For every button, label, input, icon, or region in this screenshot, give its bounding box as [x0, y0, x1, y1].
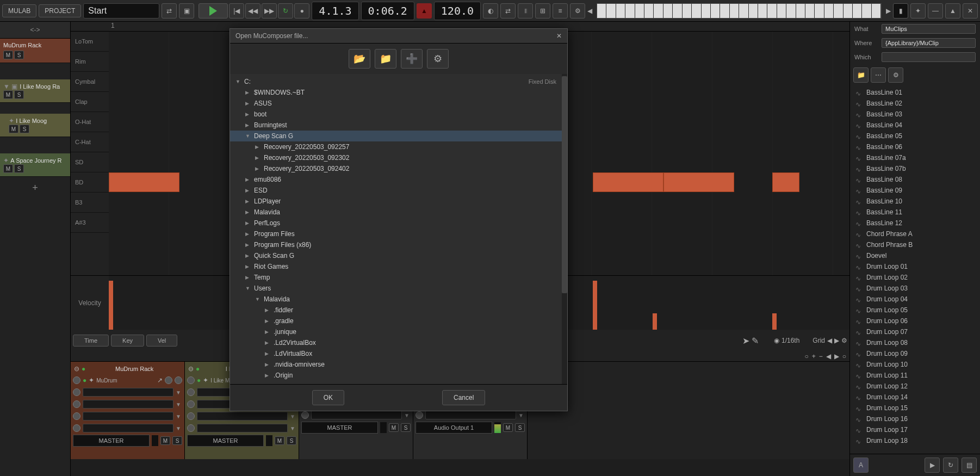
strip-collapse-icon[interactable]: ⊖ [74, 365, 79, 373]
time-control[interactable]: Time [73, 335, 109, 347]
strip-active-icon[interactable]: ● [82, 365, 85, 373]
solo-button[interactable]: S [287, 436, 296, 445]
solo-button[interactable]: S [172, 436, 182, 445]
drum-lane[interactable]: Rim [71, 52, 109, 72]
fx-slot[interactable] [425, 411, 516, 419]
tree-item[interactable]: ▶.Ld2VirtualBox [230, 337, 567, 348]
track-list-header[interactable]: <-> [0, 22, 70, 39]
tree-expand-icon[interactable]: ▶ [245, 209, 252, 215]
zoom-left-icon[interactable]: ◀ [826, 353, 831, 360]
snap-dot-icon[interactable]: ◉ [774, 337, 779, 344]
tree-expand-icon[interactable]: ▶ [265, 329, 271, 335]
tree-expand-icon[interactable]: ▶ [255, 144, 262, 150]
output-selector[interactable]: MASTER [301, 422, 378, 434]
grid-value[interactable]: 1/16th [781, 337, 799, 344]
browser-item[interactable]: ∿Drum Loop 09 [850, 348, 980, 359]
browser-item[interactable]: ∿Drum Loop 10 [850, 359, 980, 370]
tree-expand-icon[interactable]: ▶ [245, 253, 252, 258]
track-item[interactable]: ✦ A Space Journey R MS [0, 153, 70, 177]
send-knob[interactable] [301, 411, 309, 419]
vel-control[interactable]: Vel [146, 335, 177, 347]
mute-button[interactable]: M [3, 90, 13, 99]
tree-item[interactable]: ▶.gradle [230, 316, 567, 326]
dialog-folder-back-icon[interactable]: 📁 [375, 49, 396, 69]
drum-lane[interactable]: SD [71, 152, 109, 172]
tree-expand-icon[interactable]: ▶ [265, 373, 271, 378]
tree-item[interactable]: ▶Riot Games [230, 261, 567, 272]
browser-list[interactable]: ∿BassLine 01∿BassLine 02∿BassLine 03∿Bas… [850, 86, 980, 454]
dialog-close-icon[interactable]: ✕ [556, 32, 562, 40]
mute-button[interactable]: M [160, 436, 170, 445]
tree-expand-icon[interactable]: ▶ [245, 242, 252, 248]
play-button[interactable] [199, 3, 228, 18]
tool-mixer-icon[interactable]: ⫴ [518, 3, 533, 18]
forward-button[interactable]: ▶▶ [262, 3, 277, 18]
zoom-fit-icon[interactable]: ○ [842, 353, 846, 360]
tree-item[interactable]: ▶Malavida [230, 207, 567, 218]
slot-menu-icon[interactable]: ▼ [176, 390, 182, 395]
browser-item[interactable]: ∿BassLine 06 [850, 141, 980, 152]
browser-folder-icon[interactable]: 📁 [853, 67, 869, 83]
gain-knob[interactable] [175, 376, 182, 384]
position-display[interactable]: 4.1.3 [312, 2, 358, 20]
grid-next-icon[interactable]: ▶ [834, 337, 839, 344]
browser-item[interactable]: ∿Drum Loop 14 [850, 392, 980, 403]
browser-item[interactable]: ∿Chord Phrase A [850, 228, 980, 239]
tree-expand-icon[interactable]: ▶ [245, 112, 252, 117]
zoom-minus-icon[interactable]: − [819, 353, 823, 360]
project-menu[interactable]: PROJECT [39, 4, 81, 17]
browser-item[interactable]: ∿Drum Loop 17 [850, 424, 980, 435]
time-display[interactable]: 0:06.2 [361, 2, 414, 20]
keyboard-right-arrow[interactable]: ▶ [886, 7, 891, 15]
browser-item[interactable]: ∿BassLine 01 [850, 87, 980, 98]
browser-item[interactable]: ∿BassLine 03 [850, 109, 980, 120]
send-knob[interactable] [415, 411, 423, 419]
pan-knob[interactable] [165, 376, 172, 384]
tool-route-icon[interactable]: ⇄ [500, 3, 516, 18]
tree-item[interactable]: ▼Malavida [230, 294, 567, 305]
pencil-tool-icon[interactable]: ✎ [752, 336, 759, 346]
drum-lane[interactable]: BD [71, 172, 109, 193]
tree-item[interactable]: ▶.LdVirtualBox [230, 348, 567, 359]
track-item[interactable]: ✦ I Like Moog MS [0, 114, 70, 137]
solo-button[interactable]: S [20, 125, 29, 133]
tree-expand-icon[interactable]: ▶ [245, 231, 252, 237]
tree-item[interactable]: ▼Deep Scan G [230, 131, 567, 141]
tree-item[interactable]: ▶Temp [230, 272, 567, 283]
browser-view-icon[interactable]: ▤ [962, 458, 977, 473]
tree-expand-icon[interactable]: ▶ [245, 101, 252, 106]
tree-expand-icon[interactable]: ▶ [265, 362, 271, 367]
tree-expand-icon[interactable]: ▶ [245, 177, 252, 182]
tree-expand-icon[interactable]: ▶ [265, 351, 271, 356]
level-meter-icon[interactable]: ▮ [893, 3, 908, 18]
slot-menu-icon[interactable]: ▼ [404, 412, 411, 418]
fx-slot[interactable] [197, 412, 288, 421]
tree-expand-icon[interactable]: ▶ [245, 122, 252, 128]
zoom-plus-icon[interactable]: + [812, 353, 816, 360]
browser-item[interactable]: ∿Drum Loop 06 [850, 316, 980, 326]
output-selector[interactable]: MASTER [187, 435, 264, 447]
browser-item[interactable]: ∿BassLine 02 [850, 98, 980, 109]
plugin-icon[interactable]: ✦ [89, 376, 94, 384]
tree-expand-icon[interactable]: ▶ [245, 264, 252, 269]
tempo-dial-icon[interactable]: ◐ [483, 3, 498, 18]
fx-slot[interactable] [311, 411, 402, 419]
browser-item[interactable]: ∿BassLine 12 [850, 218, 980, 228]
bpm-display[interactable]: 120.0 [434, 2, 481, 20]
tree-expand-icon[interactable]: ▼ [255, 296, 262, 302]
drum-lane[interactable]: O-Hat [71, 112, 109, 132]
tree-expand-icon[interactable]: ▶ [245, 199, 252, 204]
slot-menu-icon[interactable]: ▼ [176, 425, 182, 431]
minimize-icon[interactable]: — [928, 3, 943, 18]
tree-scrollbar[interactable] [562, 74, 567, 384]
send-knob[interactable] [187, 376, 195, 384]
tree-expand-icon[interactable]: ▶ [245, 90, 252, 95]
dialog-folder-new-icon[interactable]: ➕ [401, 49, 423, 69]
tree-item[interactable]: ▶Quick Scan G [230, 250, 567, 261]
browser-add-icon[interactable]: ⋯ [871, 67, 886, 83]
key-control[interactable]: Key [111, 335, 144, 347]
browser-item[interactable]: ∿BassLine 07b [850, 163, 980, 174]
browser-item[interactable]: ∿BassLine 11 [850, 207, 980, 218]
solo-button[interactable]: S [14, 90, 24, 99]
tree-item[interactable]: ▶LDPlayer [230, 196, 567, 207]
